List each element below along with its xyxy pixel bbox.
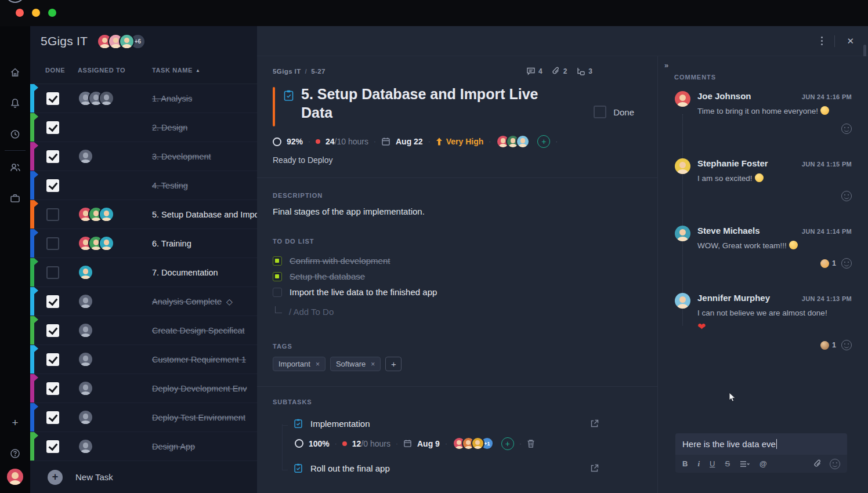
task-name[interactable]: 5. Setup Database and Import Live Data — [152, 210, 257, 219]
todo-item[interactable]: Setup the database — [273, 269, 634, 284]
strikethrough-button[interactable]: S — [725, 459, 730, 468]
progress-ring-icon[interactable] — [273, 137, 281, 146]
new-task-row[interactable]: + New Task — [30, 461, 257, 493]
add-tag-button[interactable]: + — [385, 357, 402, 371]
task-checkbox[interactable] — [46, 92, 59, 105]
mention-button[interactable]: @ — [760, 459, 767, 468]
underline-button[interactable]: U — [710, 459, 715, 468]
avatar[interactable] — [471, 437, 484, 450]
description-text[interactable]: Final stages of the app implementation. — [273, 206, 634, 216]
italic-button[interactable]: i — [697, 459, 700, 469]
avatar[interactable] — [675, 226, 690, 241]
add-reaction-icon[interactable] — [841, 258, 852, 269]
task-checkbox[interactable] — [46, 208, 59, 221]
emoji-picker-icon[interactable] — [830, 459, 840, 469]
sort-ascending-icon[interactable]: ▲ — [196, 68, 201, 73]
task-row[interactable]: Deploy Development Env — [30, 374, 257, 403]
task-row[interactable]: Analysis Complete ◇ — [30, 287, 257, 316]
add-assignee-button[interactable]: + — [501, 437, 514, 450]
due-date[interactable]: Aug 22 — [396, 137, 423, 146]
add-project-icon[interactable]: + — [0, 407, 30, 438]
subtask-assignee-avatars[interactable]: +1 — [453, 437, 494, 450]
home-icon[interactable] — [0, 57, 30, 88]
task-name[interactable]: Deploy Test Environment — [152, 413, 257, 422]
task-name[interactable]: 4. Testing — [152, 181, 257, 190]
task-checkbox[interactable] — [46, 266, 59, 279]
task-name[interactable]: 7. Documentation — [152, 268, 257, 277]
avatar[interactable] — [78, 380, 93, 396]
column-task-name[interactable]: TASK NAME ▲ — [152, 67, 257, 74]
avatar[interactable] — [78, 322, 93, 338]
hours-logged[interactable]: 24/10 hours — [326, 137, 368, 146]
task-name[interactable]: Create Design Specificat — [152, 326, 257, 335]
task-name[interactable]: Analysis Complete ◇ — [152, 297, 257, 306]
task-checkbox[interactable] — [46, 179, 59, 192]
current-user-avatar[interactable] — [7, 469, 23, 485]
subtask-due-date[interactable]: Aug 9 — [417, 439, 440, 448]
list-button[interactable] — [740, 461, 750, 467]
avatar[interactable] — [516, 135, 530, 148]
task-name[interactable]: Design App — [152, 442, 257, 451]
subtask-title[interactable]: Roll out the final app — [310, 463, 390, 473]
avatar[interactable] — [78, 148, 93, 164]
avatar[interactable] — [675, 293, 690, 309]
avatar[interactable] — [78, 264, 93, 280]
delete-subtask-icon[interactable] — [527, 439, 535, 448]
task-row[interactable]: Design App — [30, 432, 257, 461]
reaction-chip[interactable]: 1 — [820, 259, 836, 268]
add-reaction-icon[interactable] — [841, 191, 852, 201]
column-assigned-to[interactable]: ASSIGNED TO — [78, 67, 152, 74]
notifications-icon[interactable] — [0, 88, 30, 118]
avatar[interactable] — [675, 91, 690, 107]
task-checkbox[interactable] — [46, 324, 59, 337]
tag-chip[interactable]: Software× — [330, 357, 381, 371]
done-toggle[interactable]: Done — [594, 97, 634, 126]
task-row[interactable]: 3. Development — [30, 142, 257, 171]
avatar[interactable] — [99, 235, 114, 251]
close-icon[interactable]: ✕ — [843, 35, 858, 48]
open-subtask-icon[interactable] — [589, 463, 599, 473]
task-row[interactable]: 4. Testing — [30, 171, 257, 200]
avatar[interactable] — [119, 34, 135, 49]
task-row[interactable]: 6. Training — [30, 229, 257, 258]
task-row[interactable]: Customer Requirement 1 — [30, 345, 257, 374]
todo-checkbox[interactable] — [273, 272, 282, 281]
avatar[interactable] — [78, 293, 93, 309]
comment-count[interactable]: 4 — [526, 67, 542, 75]
avatar[interactable] — [78, 409, 93, 425]
task-title[interactable]: 5. Setup Database and Import Live Data — [301, 85, 545, 126]
avatar[interactable] — [99, 206, 114, 222]
done-checkbox[interactable] — [594, 106, 606, 118]
task-checkbox[interactable] — [46, 440, 59, 453]
subtask-item[interactable]: Roll out the final app — [294, 463, 634, 473]
subtask-item[interactable]: Implementation100%·12/0 hours·Aug 9·+1+· — [294, 418, 634, 450]
avatar[interactable] — [675, 158, 690, 174]
remove-tag-icon[interactable]: × — [316, 360, 320, 368]
task-name[interactable]: Deploy Development Env — [152, 384, 257, 393]
column-done[interactable]: DONE — [30, 67, 78, 74]
project-member-avatars[interactable]: +6 — [102, 34, 146, 49]
people-icon[interactable] — [0, 152, 30, 183]
priority-badge[interactable]: Very High — [436, 137, 484, 146]
assignee-avatars[interactable] — [496, 135, 530, 148]
briefcase-icon[interactable] — [0, 183, 30, 213]
add-assignee-button[interactable]: + — [537, 135, 550, 148]
task-checkbox[interactable] — [46, 353, 59, 366]
todo-checkbox[interactable] — [273, 256, 282, 266]
task-row[interactable]: 7. Documentation — [30, 258, 257, 287]
subtask-count[interactable]: 3 — [576, 67, 592, 75]
task-name[interactable]: Customer Requirement 1 — [152, 355, 257, 364]
add-reaction-icon[interactable] — [841, 124, 852, 134]
more-options-icon[interactable] — [818, 34, 826, 48]
comment-input[interactable]: Here is the live data eve — [675, 433, 847, 455]
task-checkbox[interactable] — [46, 150, 59, 163]
task-row[interactable]: Deploy Test Environment — [30, 403, 257, 432]
close-window-button[interactable] — [16, 9, 24, 17]
task-checkbox[interactable] — [46, 121, 59, 134]
task-row[interactable]: 2. Design — [30, 113, 257, 142]
todo-item[interactable]: Confirm with development — [273, 253, 634, 269]
progress-percent[interactable]: 92% — [287, 137, 303, 146]
open-subtask-icon[interactable] — [589, 419, 599, 429]
avatar[interactable] — [78, 351, 93, 367]
new-task-plus-icon[interactable]: + — [48, 470, 63, 485]
